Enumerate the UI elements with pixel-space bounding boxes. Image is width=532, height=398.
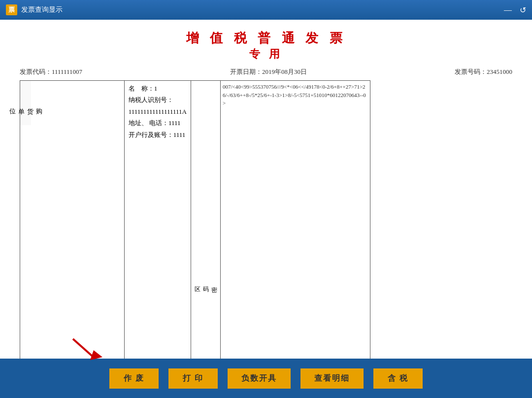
svg-marker-1 [90,350,102,360]
app-icon: 票 [6,4,17,15]
red-arrow [68,336,107,361]
code-box: 007/<40<99>555370756///9<*<06<</49178<0-… [223,83,368,107]
view-detail-button[interactable]: 查看明细 [300,368,364,389]
title-bar: 票 发票查询显示 — ↺ [0,0,532,20]
negative-open-button[interactable]: 负数开具 [228,368,291,389]
minimize-button[interactable]: — [504,5,512,15]
window-controls: — ↺ [504,5,526,15]
invoice-title-sub: 专 用 [20,47,512,62]
invoice-number: 发票号码：23451000 [455,67,512,76]
void-button[interactable]: 作 废 [109,368,159,389]
print-button[interactable]: 打 印 [168,368,218,389]
restore-button[interactable]: ↺ [520,5,526,15]
invoice-meta: 发票代码：1111111007 开票日期：2019年08月30日 发票号码：23… [20,67,512,76]
window-title: 发票查询显示 [21,5,63,14]
tax-button[interactable]: 含 税 [373,368,423,389]
invoice-title-main: 增 值 税 普 通 发 票 [20,30,512,47]
buyer-row: 购货单位 名 称：1 纳税人识别号：111111111111111111A 地址… [20,81,512,359]
invoice-table: 购货单位 名 称：1 纳税人识别号：111111111111111111A 地址… [20,80,512,359]
buyer-label: 购货单位 [20,81,31,125]
invoice-date: 开票日期：2019年08月30日 [230,67,307,76]
footer-bar: 作 废 打 印 负数开具 查看明细 含 税 [0,359,532,398]
invoice-code: 发票代码：1111111007 [20,67,82,76]
invoice-title: 增 值 税 普 通 发 票 专 用 [20,30,512,62]
main-content: 增 值 税 普 通 发 票 专 用 发票代码：1111111007 开票日期：2… [0,20,532,359]
buyer-info: 名 称：1 纳税人识别号：111111111111111111A 地址、 电话：… [125,81,191,142]
